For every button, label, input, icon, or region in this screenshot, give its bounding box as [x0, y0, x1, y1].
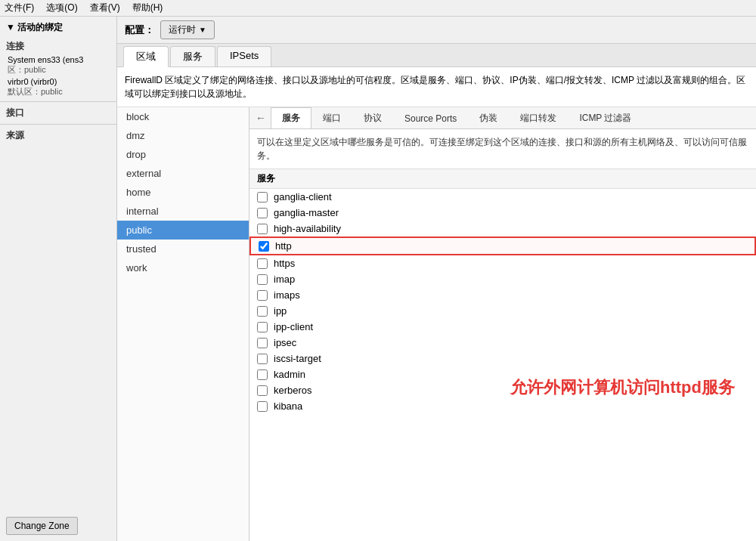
connection-virbr0: virbr0 (virbr0) 默认区：public — [0, 76, 116, 98]
menu-file[interactable]: 文件(F) — [5, 2, 34, 14]
service-row-https: https — [249, 255, 756, 271]
zone-list: block dmz drop external home internal pu… — [117, 107, 249, 541]
service-label-ipp: ipp — [274, 305, 287, 317]
service-row-ipsec: ipsec — [249, 335, 756, 351]
zone-external[interactable]: external — [117, 164, 249, 183]
tab-source-ports[interactable]: Source Ports — [393, 109, 468, 128]
connections-label: 连接 — [0, 39, 116, 54]
service-tab-strip: ← 服务 端口 协议 Source Ports 伪装 端口转发 ICMP 过滤器 — [249, 107, 756, 129]
menu-options[interactable]: 选项(O) — [46, 2, 77, 14]
service-check-http[interactable] — [259, 241, 269, 252]
sources-label: 来源 — [0, 128, 116, 144]
service-row-ganglia-client: ganglia-client — [249, 189, 756, 205]
tab-ports[interactable]: 端口 — [311, 107, 352, 128]
service-label-high-availability: high-availability — [274, 223, 341, 234]
service-label-ipp-client: ipp-client — [274, 321, 313, 332]
service-label-https: https — [274, 258, 295, 269]
service-check-ipsec[interactable] — [257, 338, 268, 348]
menu-help[interactable]: 帮助(H) — [132, 2, 163, 14]
service-row-imap: imap — [249, 271, 756, 287]
zone-public[interactable]: public — [117, 221, 249, 240]
service-row-iscsi-target: iscsi-target — [249, 351, 756, 366]
service-check-ganglia-client[interactable] — [257, 192, 268, 202]
tab-icmp-filter[interactable]: ICMP 过滤器 — [568, 107, 643, 128]
service-label-ganglia-master: ganglia-master — [274, 207, 339, 218]
active-binding-toggle[interactable]: ▼ 活动的绑定 — [0, 17, 116, 39]
zone-dmz[interactable]: dmz — [117, 126, 249, 145]
main-tab-strip: 区域 服务 IPSets — [117, 44, 756, 67]
service-check-imaps[interactable] — [257, 290, 268, 301]
zone-trusted[interactable]: trusted — [117, 240, 249, 258]
config-bar: 配置： 运行时 — [117, 17, 756, 44]
service-description: 可以在这里定义区域中哪些服务是可信的。可连接至绑定到这个区域的连接、接口和源的所… — [249, 129, 756, 169]
service-check-ipp[interactable] — [257, 306, 268, 317]
interfaces-label: 接口 — [0, 105, 116, 121]
tab-protocols[interactable]: 协议 — [352, 107, 393, 128]
service-check-imap[interactable] — [257, 274, 268, 285]
change-zone-button[interactable]: Change Zone — [6, 517, 78, 535]
tab-masquerade[interactable]: 伪装 — [468, 107, 509, 128]
service-label-iscsi-target: iscsi-target — [274, 353, 321, 364]
tab-nav-prev[interactable]: ← — [251, 109, 271, 127]
service-label-imap: imap — [274, 274, 295, 285]
service-row-kadmin: kadmin — [249, 366, 756, 382]
tab-services[interactable]: 服务 — [271, 107, 311, 129]
service-label-kibana: kibana — [274, 400, 302, 412]
connection-ens33: System ens33 (ens3 区：public — [0, 54, 116, 76]
service-row-kerberos: kerberos — [249, 382, 756, 398]
service-row-http: http — [249, 236, 756, 255]
service-check-ipp-client[interactable] — [257, 322, 268, 332]
service-row-imaps: imaps — [249, 287, 756, 303]
service-check-high-availability[interactable] — [257, 224, 268, 234]
service-row-ipp-client: ipp-client — [249, 319, 756, 335]
service-panel: ← 服务 端口 协议 Source Ports 伪装 端口转发 ICMP 过滤器… — [249, 107, 756, 541]
tab-services-main[interactable]: 服务 — [170, 46, 215, 66]
menu-bar: 文件(F) 选项(O) 查看(V) 帮助(H) — [0, 0, 756, 17]
zone-home[interactable]: home — [117, 183, 249, 202]
service-label-imaps: imaps — [274, 289, 300, 301]
zone-work[interactable]: work — [117, 258, 249, 277]
service-check-ganglia-master[interactable] — [257, 208, 268, 218]
zone-block[interactable]: block — [117, 107, 249, 126]
service-label-ganglia-client: ganglia-client — [274, 191, 332, 202]
service-list: ganglia-client ganglia-master high-avail… — [249, 189, 756, 541]
service-check-https[interactable] — [257, 258, 268, 269]
config-label: 配置： — [125, 23, 154, 37]
service-row-ganglia-master: ganglia-master — [249, 205, 756, 221]
zone-internal[interactable]: internal — [117, 202, 249, 221]
service-label-kadmin: kadmin — [274, 369, 305, 380]
tab-port-forward[interactable]: 端口转发 — [509, 107, 568, 128]
tab-ipsets[interactable]: IPSets — [217, 46, 271, 66]
menu-view[interactable]: 查看(V) — [90, 2, 120, 14]
service-row-high-availability: high-availability — [249, 221, 756, 236]
service-label-kerberos: kerberos — [274, 385, 312, 396]
service-check-kerberos[interactable] — [257, 385, 268, 396]
service-check-kadmin[interactable] — [257, 369, 268, 380]
service-check-iscsi-target[interactable] — [257, 354, 268, 364]
runtime-button[interactable]: 运行时 — [160, 20, 215, 39]
firewalld-description: FirewallD 区域定义了绑定的网络连接、接口以及源地址的可信程度。区域是服… — [117, 67, 756, 107]
service-check-kibana[interactable] — [257, 401, 268, 412]
service-label-ipsec: ipsec — [274, 337, 296, 348]
service-row-kibana: kibana — [249, 398, 756, 414]
tab-zones[interactable]: 区域 — [123, 46, 169, 67]
service-list-header: 服务 — [249, 169, 756, 189]
zone-drop[interactable]: drop — [117, 145, 249, 164]
service-row-ipp: ipp — [249, 303, 756, 319]
service-label-http: http — [275, 240, 292, 252]
